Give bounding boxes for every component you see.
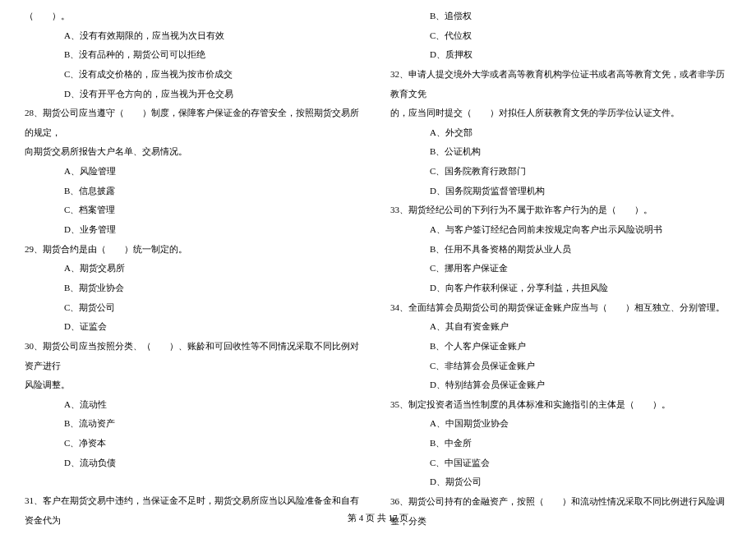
q32-text: 32、申请人提交境外大学或者高等教育机构学位证书或者高等教育文凭，或者非学历教育… xyxy=(390,65,731,104)
q27-option-a: A、没有有效期限的，应当视为次日有效 xyxy=(25,26,366,46)
q33-option-c: C、挪用客户保证金 xyxy=(390,259,731,279)
two-column-layout: （ ）。 A、没有有效期限的，应当视为次日有效 B、没有品种的，期货公司可以拒绝… xyxy=(25,7,731,534)
q32-option-a: A、外交部 xyxy=(390,123,731,143)
q35-option-c: C、中国证监会 xyxy=(390,453,731,473)
q31-option-b: B、追偿权 xyxy=(390,7,731,26)
q28-option-d: D、业务管理 xyxy=(25,220,366,240)
q33-text: 33、期货经纪公司的下列行为不属于欺诈客户行为的是（ ）。 xyxy=(390,200,731,220)
q32-option-c: C、国务院教育行政部门 xyxy=(390,162,731,182)
q34-option-b: B、个人客户保证金账户 xyxy=(390,337,731,357)
q29-option-a: A、期货交易所 xyxy=(25,259,366,279)
spacer xyxy=(25,472,366,491)
q35-option-a: A、中国期货业协会 xyxy=(390,414,731,434)
q29-option-b: B、期货业协会 xyxy=(25,279,366,298)
q33-option-b: B、任用不具备资格的期货从业人员 xyxy=(390,240,731,260)
q28-option-c: C、档案管理 xyxy=(25,200,366,220)
q29-text: 29、期货合约是由（ ）统一制定的。 xyxy=(25,240,366,260)
q32-option-b: B、公证机构 xyxy=(390,142,731,162)
q35-text: 35、制定投资者适当性制度的具体标准和实施指引的主体是（ ）。 xyxy=(390,395,731,415)
q35-option-d: D、期货公司 xyxy=(390,472,731,492)
q33-option-a: A、与客户签订经纪合同前未按规定向客户出示风险说明书 xyxy=(390,220,731,240)
q31-option-d: D、质押权 xyxy=(390,45,731,65)
q33-option-d: D、向客户作获利保证，分享利益，共担风险 xyxy=(390,279,731,298)
q34-option-c: C、非结算会员保证金账户 xyxy=(390,357,731,376)
q28-text: 28、期货公司应当遵守（ ）制度，保障客户保证金的存管安全，按照期货交易所的规定… xyxy=(25,104,366,142)
q31-cont: 承担违约责任，并由此取得对该客户的相应（ ）。 xyxy=(25,531,366,534)
q32-option-d: D、国务院期货监督管理机构 xyxy=(390,182,731,201)
q27-option-d: D、没有开平仓方向的，应当视为开仓交易 xyxy=(25,85,366,104)
q34-text: 34、全面结算会员期货公司的期货保证金账户应当与（ ）相互独立、分别管理。 xyxy=(390,298,731,318)
q35-option-b: B、中金所 xyxy=(390,434,731,453)
page-footer: 第 4 页 共 17 页 xyxy=(0,512,756,524)
q28-option-a: A、风险管理 xyxy=(25,162,366,182)
q30-option-b: B、流动资产 xyxy=(25,414,366,434)
q29-option-d: D、证监会 xyxy=(25,317,366,337)
right-column: B、追偿权 C、代位权 D、质押权 32、申请人提交境外大学或者高等教育机构学位… xyxy=(390,7,731,534)
q27-option-c: C、没有成交价格的，应当视为按市价成交 xyxy=(25,65,366,85)
q27-option-b: B、没有品种的，期货公司可以拒绝 xyxy=(25,45,366,65)
left-column: （ ）。 A、没有有效期限的，应当视为次日有效 B、没有品种的，期货公司可以拒绝… xyxy=(25,7,366,534)
q30-option-a: A、流动性 xyxy=(25,395,366,415)
q28-cont: 向期货交易所报告大户名单、交易情况。 xyxy=(25,142,366,162)
q28-option-b: B、信息披露 xyxy=(25,182,366,201)
q30-option-c: C、净资本 xyxy=(25,434,366,453)
q29-option-c: C、期货公司 xyxy=(25,298,366,318)
q34-option-d: D、特别结算会员保证金账户 xyxy=(390,375,731,395)
q30-cont: 风险调整。 xyxy=(25,375,366,395)
q31-option-c: C、代位权 xyxy=(390,26,731,46)
q32-cont: 的，应当同时提交（ ）对拟任人所获教育文凭的学历学位认证文件。 xyxy=(390,104,731,123)
q30-option-d: D、流动负债 xyxy=(25,453,366,473)
q27-tail: （ ）。 xyxy=(25,7,366,26)
q34-option-a: A、其自有资金账户 xyxy=(390,317,731,337)
q30-text: 30、期货公司应当按照分类、（ ）、账龄和可回收性等不同情况采取不同比例对资产进… xyxy=(25,337,366,375)
